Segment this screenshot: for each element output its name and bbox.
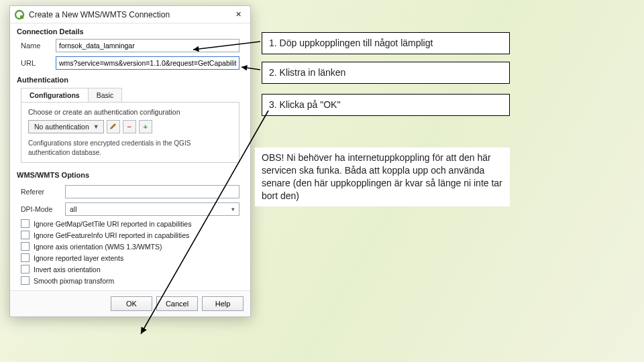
tab-basic[interactable]: Basic xyxy=(89,88,122,102)
url-label: URL xyxy=(21,59,50,67)
dpi-mode-dropdown[interactable]: all ▾ xyxy=(65,202,239,216)
instruction-note: OBS! Ni behöver ha internetuppkoppling f… xyxy=(255,147,510,206)
check-label: Smooth pixmap transform xyxy=(34,277,114,285)
qgis-icon xyxy=(14,9,25,20)
check-ignore-axis: Ignore axis orientation (WMS 1.3/WMTS) xyxy=(17,241,244,252)
check-ignore-getfeatureinfo: Ignore GetFeatureInfo URI reported in ca… xyxy=(17,229,244,241)
url-row: URL xyxy=(10,54,250,72)
annotations: 1. Döp uppkopplingen till något lämpligt… xyxy=(262,0,637,362)
check-ignore-extents: Ignore reported layer extents xyxy=(17,252,244,263)
checkbox[interactable] xyxy=(21,231,30,239)
minus-icon: − xyxy=(127,123,131,131)
dialog-button-bar: OK Cancel Help xyxy=(10,290,250,316)
close-icon: ✕ xyxy=(235,10,241,19)
instruction-step-3: 3. Klicka på "OK" xyxy=(262,94,510,116)
checkbox[interactable] xyxy=(21,276,30,285)
auth-edit-button[interactable] xyxy=(107,120,120,133)
auth-dropdown-label: No authentication xyxy=(34,123,89,131)
auth-heading: Choose or create an authentication confi… xyxy=(28,108,232,116)
auth-hint: Configurations store encrypted credentia… xyxy=(28,139,232,157)
name-input[interactable] xyxy=(56,39,239,52)
check-label: Invert axis orientation xyxy=(34,265,101,274)
chevron-down-icon: ▾ xyxy=(231,206,235,213)
check-label: Ignore axis orientation (WMS 1.3/WMTS) xyxy=(34,243,162,251)
check-label: Ignore GetMap/GetTile URI reported in ca… xyxy=(34,220,191,228)
check-label: Ignore reported layer extents xyxy=(34,254,123,262)
chevron-down-icon: ▼ xyxy=(93,123,99,130)
dpi-row: DPI-Mode all ▾ xyxy=(17,200,244,218)
wms-connection-dialog: Create a New WMS/WMTS Connection ✕ Conne… xyxy=(9,5,251,317)
options-panel: Referer DPI-Mode all ▾ Ignore GetMap/Get… xyxy=(10,180,250,290)
page-root: Create a New WMS/WMTS Connection ✕ Conne… xyxy=(0,0,644,362)
auth-dropdown[interactable]: No authentication ▼ xyxy=(28,120,104,133)
close-button[interactable]: ✕ xyxy=(230,8,246,21)
instruction-step-2: 2. Klistra in länken xyxy=(262,62,510,84)
check-invert-axis: Invert axis orientation xyxy=(17,263,244,275)
auth-config-panel: Choose or create an authentication confi… xyxy=(21,102,239,163)
auth-add-button[interactable]: + xyxy=(139,120,152,133)
referer-input[interactable] xyxy=(65,185,239,198)
name-label: Name xyxy=(21,42,50,50)
check-label: Ignore GetFeatureInfo URI reported in ca… xyxy=(34,231,189,239)
auth-tabs: Configurations Basic xyxy=(21,88,122,102)
section-authentication: Authentication xyxy=(10,72,250,85)
dpi-mode-value: all xyxy=(70,205,77,213)
check-ignore-getmap: Ignore GetMap/GetTile URI reported in ca… xyxy=(17,218,244,229)
help-button[interactable]: Help xyxy=(202,296,244,311)
referer-row: Referer xyxy=(17,183,244,200)
checkbox[interactable] xyxy=(21,219,30,228)
checkbox[interactable] xyxy=(21,265,30,274)
auth-controls: No authentication ▼ − + xyxy=(28,120,232,133)
instruction-step-1: 1. Döp uppkopplingen till något lämpligt xyxy=(262,32,510,54)
url-input[interactable] xyxy=(56,56,239,70)
section-options: WMS/WMTS Options xyxy=(10,167,250,180)
dpi-label: DPI-Mode xyxy=(21,205,60,213)
referer-label: Referer xyxy=(21,188,60,196)
pencil-icon xyxy=(109,123,117,131)
checkbox[interactable] xyxy=(21,253,30,262)
window-title: Create a New WMS/WMTS Connection xyxy=(29,10,230,19)
titlebar: Create a New WMS/WMTS Connection ✕ xyxy=(10,6,250,23)
ok-button[interactable]: OK xyxy=(111,296,152,311)
section-connection-details: Connection Details xyxy=(10,23,250,37)
tab-configurations[interactable]: Configurations xyxy=(21,88,89,102)
auth-remove-button[interactable]: − xyxy=(123,120,136,133)
auth-section: Configurations Basic Choose or create an… xyxy=(10,85,250,167)
svg-rect-1 xyxy=(20,15,23,19)
checkbox[interactable] xyxy=(21,242,30,251)
cancel-button[interactable]: Cancel xyxy=(156,296,198,311)
name-row: Name xyxy=(10,37,250,54)
plus-icon: + xyxy=(143,123,147,131)
check-smooth-pixmap: Smooth pixmap transform xyxy=(17,275,244,286)
